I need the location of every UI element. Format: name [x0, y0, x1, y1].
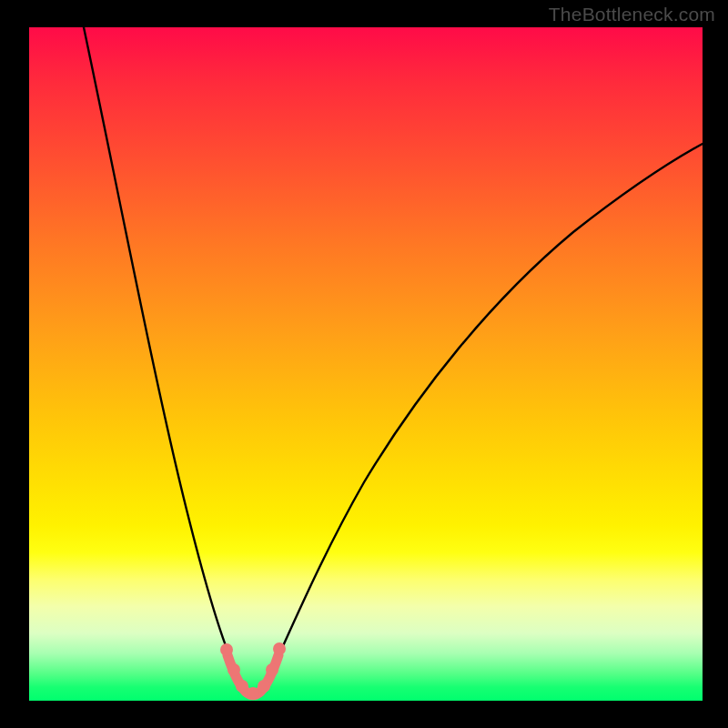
svg-point-6 [273, 642, 286, 655]
chart-svg [0, 0, 728, 728]
accent-dots [220, 642, 286, 700]
curve-layer [84, 27, 703, 693]
svg-point-4 [258, 680, 270, 693]
svg-point-2 [236, 680, 248, 693]
chart-frame: TheBottleneck.com [0, 0, 728, 728]
svg-point-0 [220, 643, 233, 656]
right-branch-curve [262, 144, 703, 689]
svg-point-3 [247, 687, 259, 700]
svg-point-5 [266, 663, 278, 676]
left-branch-curve [84, 27, 244, 689]
svg-point-1 [228, 663, 240, 676]
